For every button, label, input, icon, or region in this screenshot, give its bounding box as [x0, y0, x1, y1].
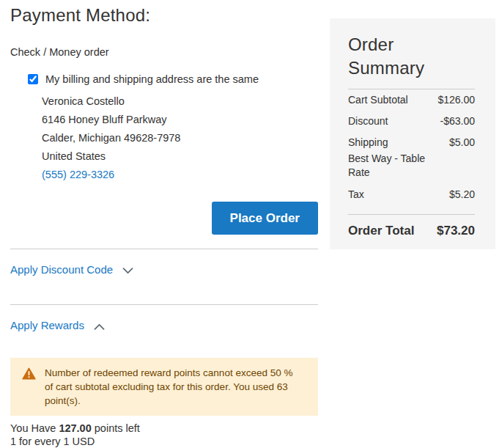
address-city-line: Calder, Michigan 49628-7978 — [42, 129, 318, 147]
billing-same-label: My billing and shipping address are the … — [45, 73, 259, 85]
apply-rewards-toggle[interactable]: Apply Rewards — [10, 305, 318, 346]
billing-same-checkbox[interactable] — [28, 74, 38, 84]
address-country: United States — [42, 147, 318, 166]
chevron-down-icon — [122, 264, 133, 277]
points-rate: 1 for every 1 USD — [10, 436, 318, 448]
points-balance: You Have 127.00 points left — [10, 422, 318, 435]
points-suffix: points left — [92, 422, 140, 434]
summary-value: -$63.00 — [440, 115, 475, 128]
summary-row-subtotal: Cart Subtotal $126.00 — [348, 89, 475, 111]
apply-discount-toggle[interactable]: Apply Discount Code — [10, 249, 318, 290]
address-phone-link[interactable]: (555) 229-3326 — [42, 169, 114, 180]
order-summary-panel: Order Summary Cart Subtotal $126.00 Disc… — [330, 18, 495, 249]
warning-text: Number of redeemed reward points cannot … — [45, 366, 303, 408]
address-name: Veronica Costello — [42, 92, 318, 111]
address-street: 6146 Honey Bluff Parkway — [42, 111, 318, 129]
points-left-value: 127.00 — [59, 422, 91, 434]
warning-triangle-icon — [22, 367, 36, 380]
summary-value: $126.00 — [438, 94, 475, 106]
shipping-label: Shipping — [348, 136, 388, 148]
payment-method-name: Check / Money order — [10, 46, 318, 59]
summary-row-order-total: Order Total $73.20 — [348, 215, 475, 243]
summary-row-shipping: Shipping Best Way - Table Rate $5.00 — [348, 132, 475, 184]
order-total-value: $73.20 — [437, 224, 475, 237]
checkout-page: Payment Method: Check / Money order My b… — [0, 0, 502, 448]
billing-same-row[interactable]: My billing and shipping address are the … — [28, 73, 318, 85]
place-order-row: Place Order — [10, 202, 318, 235]
summary-label: Discount — [348, 115, 388, 128]
summary-row-discount: Discount -$63.00 — [348, 111, 475, 132]
page-title: Payment Method: — [10, 4, 318, 26]
summary-value: $5.20 — [449, 188, 475, 201]
apply-discount-label: Apply Discount Code — [10, 263, 113, 276]
summary-row-tax: Tax $5.20 — [348, 184, 475, 205]
billing-address: Veronica Costello 6146 Honey Bluff Parkw… — [42, 92, 318, 184]
summary-label: Tax — [348, 188, 364, 201]
summary-label: Shipping Best Way - Table Rate — [348, 136, 430, 180]
order-summary-title: Order Summary — [348, 33, 475, 80]
shipping-method-sub: Best Way - Table Rate — [348, 152, 430, 180]
apply-rewards-label: Apply Rewards — [10, 319, 84, 332]
order-total-label: Order Total — [348, 224, 414, 237]
points-prefix: You Have — [10, 422, 56, 434]
summary-value: $5.00 — [449, 136, 475, 149]
place-order-button[interactable]: Place Order — [212, 202, 318, 235]
chevron-up-icon — [94, 320, 105, 333]
payment-method-section: Payment Method: Check / Money order My b… — [10, 0, 318, 448]
reward-warning-message: Number of redeemed reward points cannot … — [10, 358, 318, 416]
summary-label: Cart Subtotal — [348, 94, 408, 106]
